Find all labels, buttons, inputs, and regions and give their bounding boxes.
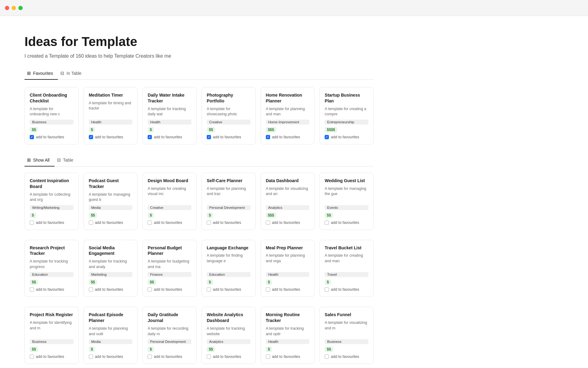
add-to-favourites-button[interactable]: add to favourites xyxy=(148,135,191,139)
card-tag: Media xyxy=(89,205,133,210)
favourite-checkbox[interactable] xyxy=(325,220,329,225)
add-to-favourites-button[interactable]: add to favourites xyxy=(148,220,191,225)
template-card: Podcast Episode PlannerA template for pl… xyxy=(84,307,138,364)
template-card: Travel Bucket ListA template for creatin… xyxy=(319,240,374,297)
template-card: Sales FunnelA template for visualizing a… xyxy=(319,307,374,364)
tab-table[interactable]: ⊟ Table xyxy=(55,154,78,167)
favourite-checkbox[interactable] xyxy=(207,220,211,225)
add-to-favourites-button[interactable]: add to favourites xyxy=(30,135,74,139)
maximize-button[interactable] xyxy=(18,6,23,10)
card-price: $$$$ xyxy=(325,127,337,132)
favourite-checkbox[interactable] xyxy=(266,355,270,359)
card-tag: Analytics xyxy=(207,339,251,344)
add-to-favourites-button[interactable]: add to favourites xyxy=(30,287,74,292)
add-to-favourites-button[interactable]: add to favourites xyxy=(30,220,74,225)
favourite-checkbox[interactable] xyxy=(30,287,34,292)
add-to-favourites-button[interactable]: add to favourites xyxy=(325,287,368,292)
favourite-label: add to favourites xyxy=(331,135,359,139)
add-to-favourites-button[interactable]: add to favourites xyxy=(207,355,251,359)
favourite-label: add to favourites xyxy=(272,220,300,225)
favourite-label: add to favourites xyxy=(154,220,182,225)
favourite-label: add to favourites xyxy=(213,135,241,139)
favourite-checkbox[interactable] xyxy=(148,135,152,139)
favourite-checkbox[interactable] xyxy=(148,355,152,359)
add-to-favourites-button[interactable]: add to favourites xyxy=(89,355,133,359)
add-to-favourites-button[interactable]: add to favourites xyxy=(325,355,368,359)
add-to-favourites-button[interactable]: add to favourites xyxy=(325,135,368,139)
card-title: Project Risk Register xyxy=(30,312,74,318)
card-price: $ xyxy=(148,213,154,218)
favourite-checkbox[interactable] xyxy=(89,135,93,139)
card-price: $ xyxy=(325,279,331,285)
tab-in-table[interactable]: ⊟ In Table xyxy=(58,67,86,80)
add-to-favourites-button[interactable]: add to favourites xyxy=(266,355,310,359)
favourite-checkbox[interactable] xyxy=(30,355,34,359)
favourite-checkbox[interactable] xyxy=(266,287,270,292)
favourite-label: add to favourites xyxy=(95,355,123,359)
template-card: Research Project TrackerA template for t… xyxy=(24,240,79,297)
template-card: Client Onboarding ChecklistA template fo… xyxy=(24,87,79,144)
add-to-favourites-button[interactable]: add to favourites xyxy=(89,287,133,292)
close-button[interactable] xyxy=(5,6,9,10)
favourite-label: add to favourites xyxy=(331,355,359,359)
favourite-label: add to favourites xyxy=(36,355,64,359)
add-to-favourites-button[interactable]: add to favourites xyxy=(325,220,368,225)
window-chrome xyxy=(0,0,588,16)
add-to-favourites-button[interactable]: add to favourites xyxy=(207,220,251,225)
favourite-label: add to favourites xyxy=(36,135,64,139)
favourite-checkbox[interactable] xyxy=(325,135,329,139)
favourite-checkbox[interactable] xyxy=(207,355,211,359)
table-icon-2: ⊟ xyxy=(57,157,61,163)
card-tag: Travel xyxy=(325,272,368,277)
template-card: Wedding Guest ListA template for managin… xyxy=(319,173,374,230)
add-to-favourites-button[interactable]: add to favourites xyxy=(89,220,133,225)
add-to-favourites-button[interactable]: add to favourites xyxy=(30,355,74,359)
card-title: Daily Gratitude Journal xyxy=(148,312,191,324)
favourite-checkbox[interactable] xyxy=(89,287,93,292)
template-card: Podcast Guest TrackerA template for mana… xyxy=(84,173,138,230)
favourite-checkbox[interactable] xyxy=(325,287,329,292)
add-to-favourites-button[interactable]: add to favourites xyxy=(148,355,191,359)
card-price: $ xyxy=(89,347,95,352)
add-to-favourites-button[interactable]: add to favourites xyxy=(266,287,310,292)
favourite-checkbox[interactable] xyxy=(207,135,211,139)
tab-show-all[interactable]: ⊞ Show All xyxy=(24,154,55,167)
template-card: Personal Budget PlannerA template for bu… xyxy=(142,240,197,297)
minimize-button[interactable] xyxy=(12,6,16,10)
card-title: Podcast Guest Tracker xyxy=(89,178,133,190)
add-to-favourites-button[interactable]: add to favourites xyxy=(148,287,191,292)
favourite-checkbox[interactable] xyxy=(325,355,329,359)
add-to-favourites-button[interactable]: add to favourites xyxy=(266,220,310,225)
favourite-checkbox[interactable] xyxy=(89,220,93,225)
favourite-label: add to favourites xyxy=(331,287,359,292)
favourite-checkbox[interactable] xyxy=(148,287,152,292)
favourite-checkbox[interactable] xyxy=(30,220,34,225)
card-description: A template for visualizing and an xyxy=(266,186,310,203)
favourite-checkbox[interactable] xyxy=(266,220,270,225)
favourite-checkbox[interactable] xyxy=(266,135,270,139)
showall-row3-grid: Project Risk RegisterA template for iden… xyxy=(24,307,374,364)
tab-favourites[interactable]: ⊞ Favourites xyxy=(24,67,58,80)
card-price: $$ xyxy=(89,279,97,285)
showall-row2-grid: Research Project TrackerA template for t… xyxy=(24,240,374,297)
template-card: Design Mood BoardA template for creating… xyxy=(142,173,197,230)
add-to-favourites-button[interactable]: add to favourites xyxy=(266,135,310,139)
favourite-checkbox[interactable] xyxy=(148,220,152,225)
card-title: Personal Budget Planner xyxy=(148,245,191,257)
favourite-checkbox[interactable] xyxy=(30,135,34,139)
card-price: $ xyxy=(89,127,95,132)
template-card: Social Media EngagementA template for tr… xyxy=(84,240,138,297)
card-tag: Personal Development xyxy=(207,205,251,210)
card-title: Startup Business Plan xyxy=(325,92,368,104)
card-title: Client Onboarding Checklist xyxy=(30,92,74,104)
add-to-favourites-button[interactable]: add to favourites xyxy=(89,135,133,139)
card-price: $$ xyxy=(30,279,38,285)
add-to-favourites-button[interactable]: add to favourites xyxy=(207,287,251,292)
card-description: A template for creating and man xyxy=(325,253,368,270)
add-to-favourites-button[interactable]: add to favourites xyxy=(207,135,251,139)
favourite-label: add to favourites xyxy=(95,287,123,292)
card-description: A template for creating a compre xyxy=(325,106,368,117)
favourite-checkbox[interactable] xyxy=(89,355,93,359)
favourite-checkbox[interactable] xyxy=(207,287,211,292)
card-tag: Marketing xyxy=(89,272,133,277)
